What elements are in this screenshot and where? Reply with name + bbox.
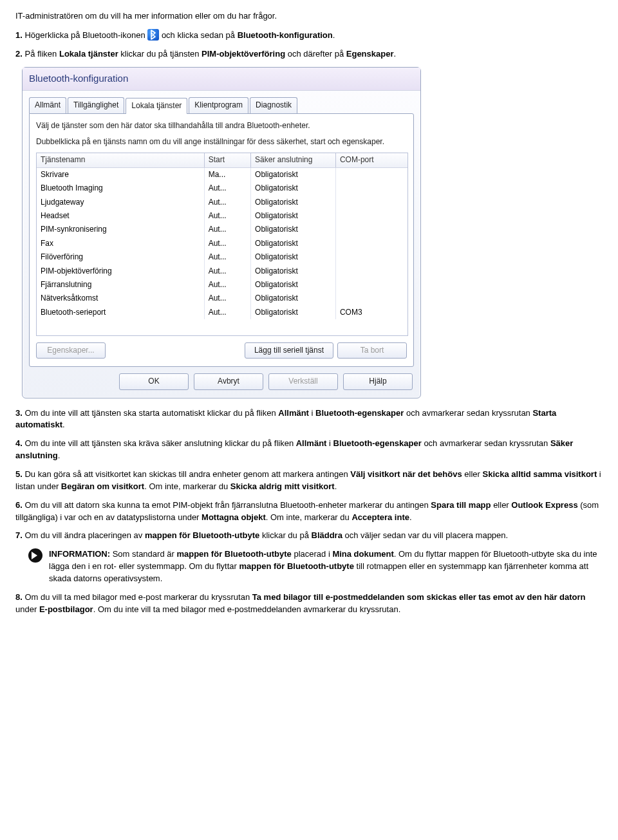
t: Egenskaper — [346, 49, 394, 59]
t: PIM-objektöverföring — [201, 49, 285, 59]
table-cell: Headset — [37, 209, 205, 223]
table-cell: Filöverföring — [37, 250, 205, 264]
t: Om du vill ändra placeringen av — [24, 530, 144, 540]
t: Spara till mapp — [431, 500, 491, 510]
table-row[interactable]: SkrivareMa...Obligatoriskt — [37, 168, 407, 182]
table-cell: Aut... — [205, 265, 251, 278]
table-cell: Bluetooth Imaging — [37, 182, 205, 195]
table-cell: Fax — [37, 237, 205, 250]
t: Ta med bilagor till e-postmeddelanden so… — [252, 592, 586, 602]
table-cell: Obligatoriskt — [251, 196, 336, 209]
table-row[interactable]: HeadsetAut...Obligatoriskt — [37, 209, 407, 223]
table-cell: Bluetooth-serieport — [37, 306, 205, 319]
step-5: 5. Du kan göra så att visitkortet kan sk… — [15, 469, 603, 493]
table-cell: Aut... — [205, 223, 251, 236]
cancel-button[interactable]: Avbryt — [194, 373, 263, 389]
t: . Om inte, markerar du — [266, 512, 352, 522]
table-cell: Aut... — [205, 306, 251, 319]
services-listview[interactable]: Tjänstenamn Start Säker anslutning COM-p… — [36, 153, 408, 335]
t: Om du vill att datorn ska kunna ta emot … — [24, 500, 431, 510]
table-cell: Aut... — [205, 237, 251, 250]
col-name[interactable]: Tjänstenamn — [37, 153, 205, 167]
t: Välj visitkort när det behövs — [350, 469, 462, 479]
table-cell: Skrivare — [37, 168, 205, 182]
intro-text: IT-administratören om du vill ha mer inf… — [15, 10, 603, 23]
table-cell: Obligatoriskt — [251, 182, 336, 195]
step-1-text-b: och klicka sedan på — [162, 30, 238, 40]
table-row[interactable]: LjudgatewayAut...Obligatoriskt — [37, 196, 407, 209]
delete-button[interactable]: Ta bort — [337, 342, 407, 359]
t: mappen för Bluetooth-utbyte — [239, 561, 354, 571]
t: På fliken — [24, 49, 59, 59]
table-row[interactable]: PIM-synkroniseringAut...Obligatoriskt — [37, 223, 407, 236]
add-serial-service-button[interactable]: Lägg till seriell tjänst — [245, 342, 333, 359]
tab-klientprogram[interactable]: Klientprogram — [189, 97, 248, 113]
t: Acceptera inte — [351, 512, 409, 522]
table-cell: Obligatoriskt — [251, 168, 336, 182]
col-com[interactable]: COM-port — [336, 153, 407, 167]
table-cell — [336, 209, 407, 223]
table-cell: Obligatoriskt — [251, 250, 336, 264]
table-cell: Fjärranslutning — [37, 278, 205, 292]
t: eller — [462, 469, 483, 479]
table-row[interactable]: NätverksåtkomstAut...Obligatoriskt — [37, 292, 407, 305]
help-button[interactable]: Hjälp — [343, 373, 413, 389]
table-cell — [336, 196, 407, 209]
t: under — [15, 604, 39, 614]
table-cell: Obligatoriskt — [251, 306, 336, 319]
t: i — [326, 438, 333, 448]
tabstrip: Allmänt Tillgänglighet Lokala tjänster K… — [29, 97, 414, 113]
table-cell: Obligatoriskt — [251, 265, 336, 278]
apply-button[interactable]: Verkställ — [268, 373, 338, 389]
tab-tillganglighet[interactable]: Tillgänglighet — [68, 97, 124, 113]
table-row[interactable]: Bluetooth ImagingAut...Obligatoriskt — [37, 182, 407, 195]
ok-button[interactable]: OK — [119, 373, 189, 389]
dialog-title: Bluetooth-konfiguration — [23, 68, 420, 91]
table-cell: Obligatoriskt — [251, 278, 336, 292]
properties-button[interactable]: Egenskaper... — [36, 342, 106, 359]
step-8: 8. Om du vill ta med bilagor med e-post … — [15, 592, 603, 616]
table-cell: COM3 — [336, 306, 407, 319]
table-row[interactable]: PIM-objektöverföringAut...Obligatoriskt — [37, 265, 407, 278]
tabpanel-lokala-tjanster: Välj de tjänster som den här dator ska t… — [29, 113, 414, 368]
col-secure[interactable]: Säker anslutning — [251, 153, 336, 167]
t: Du kan göra så att visitkortet kan skick… — [24, 469, 350, 479]
step-6: 6. Om du vill att datorn ska kunna ta em… — [15, 499, 603, 524]
table-cell: Ma... — [205, 168, 251, 182]
table-cell — [336, 223, 407, 236]
panel-desc2: Dubbelklicka på en tjänsts namn om du vi… — [36, 136, 407, 147]
table-cell: Aut... — [205, 209, 251, 223]
t: Lokala tjänster — [59, 49, 118, 59]
t: Om du inte vill att tjänsten ska starta … — [24, 408, 278, 418]
bluetooth-icon — [147, 29, 159, 41]
table-row[interactable]: FjärranslutningAut...Obligatoriskt — [37, 278, 407, 292]
t: Som standard är — [110, 549, 176, 559]
t: och väljer sedan var du vill placera map… — [342, 530, 508, 540]
col-start[interactable]: Start — [205, 153, 251, 167]
table-cell: Aut... — [205, 278, 251, 292]
tab-diagnostik[interactable]: Diagnostik — [250, 97, 297, 113]
t: och avmarkerar sedan kryssrutan — [404, 408, 532, 418]
table-cell — [336, 168, 407, 182]
tab-allmant[interactable]: Allmänt — [29, 97, 66, 113]
table-row[interactable]: FaxAut...Obligatoriskt — [37, 237, 407, 250]
t: . Om inte, markerar du — [144, 481, 230, 491]
t: klickar du på tjänsten — [118, 49, 201, 59]
table-cell: Aut... — [205, 196, 251, 209]
t: Outlook Express — [511, 500, 577, 510]
t: Bluetooth-egenskaper — [333, 438, 422, 448]
t: Skicka alltid samma visitkort — [482, 469, 597, 479]
t: Allmänt — [278, 408, 309, 418]
table-row[interactable]: FilöverföringAut...Obligatoriskt — [37, 250, 407, 264]
table-cell: Aut... — [205, 182, 251, 195]
info-callout: INFORMATION: Som standard är mappen för … — [28, 548, 603, 585]
t: Om du vill ta med bilagor med e-post mar… — [24, 592, 252, 602]
table-row[interactable]: Bluetooth-serieportAut...ObligatorisktCO… — [37, 306, 407, 319]
t: placerad i — [292, 549, 333, 559]
t: eller — [491, 500, 512, 510]
tab-lokala-tjanster[interactable]: Lokala tjänster — [126, 98, 187, 113]
table-cell: PIM-objektöverföring — [37, 265, 205, 278]
table-cell: Obligatoriskt — [251, 237, 336, 250]
t: klickar du på — [259, 530, 311, 540]
info-icon — [28, 548, 42, 563]
